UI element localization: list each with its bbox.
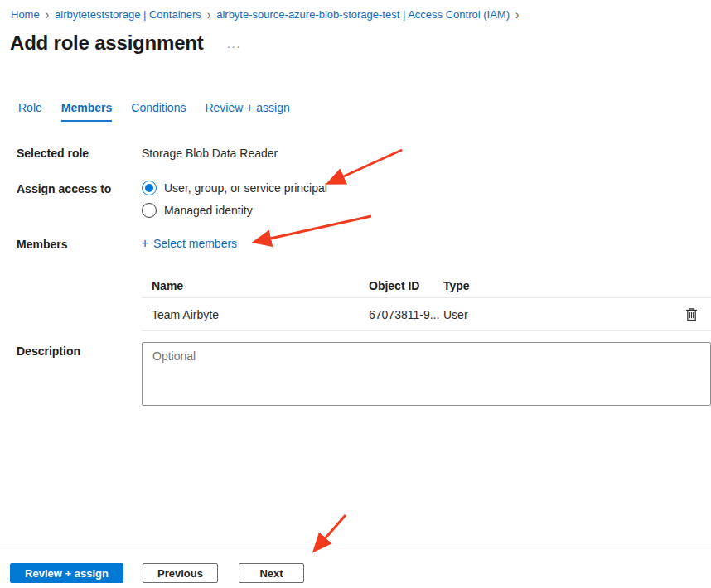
assign-access-to-label: Assign access to	[17, 182, 111, 195]
page-title: Add role assignment	[10, 31, 204, 55]
members-label: Members	[17, 238, 67, 251]
description-input[interactable]	[142, 342, 711, 406]
breadcrumb-home-link[interactable]: Home	[11, 8, 40, 21]
column-header-object-id: Object ID	[369, 279, 443, 292]
radio-managed-identity[interactable]: Managed identity	[142, 203, 327, 218]
remove-member-button[interactable]	[684, 306, 699, 323]
chevron-right-icon: ›	[46, 7, 49, 22]
annotation-arrow	[315, 515, 346, 550]
member-name: Team Airbyte	[152, 308, 369, 321]
member-object-id: 67073811-9...	[369, 308, 443, 321]
chevron-right-icon: ›	[515, 7, 519, 22]
plus-icon: +	[141, 236, 149, 250]
radio-user-group-service-principal[interactable]: User, group, or service principal	[142, 181, 327, 195]
assign-access-radio-group: User, group, or service principal Manage…	[142, 181, 327, 218]
tab-members[interactable]: Members	[61, 101, 112, 122]
radio-label: Managed identity	[164, 204, 253, 217]
selected-role-value: Storage Blob Data Reader	[142, 147, 278, 160]
tab-bar: Role Members Conditions Review + assign	[18, 101, 290, 122]
more-options-icon[interactable]: ···	[227, 34, 241, 52]
column-header-name: Name	[152, 279, 369, 292]
radio-label: User, group, or service principal	[164, 181, 327, 195]
previous-button[interactable]: Previous	[143, 563, 218, 583]
annotation-arrow	[255, 216, 371, 242]
table-row: Team Airbyte 67073811-9... User	[142, 298, 711, 331]
tab-conditions[interactable]: Conditions	[131, 101, 186, 122]
selected-role-label: Selected role	[17, 147, 89, 160]
radio-selected-icon	[142, 181, 157, 195]
description-label: Description	[17, 345, 80, 358]
title-row: Add role assignment ···	[10, 31, 241, 55]
column-header-type: Type	[443, 279, 671, 292]
next-button[interactable]: Next	[239, 563, 304, 583]
breadcrumb-access-control-link[interactable]: airbyte-source-azure-blob-storage-test |…	[216, 8, 510, 21]
chevron-right-icon: ›	[207, 7, 210, 22]
member-type: User	[443, 308, 671, 321]
breadcrumb: Home › airbyteteststorage | Containers ›…	[11, 8, 519, 21]
radio-unselected-icon	[142, 203, 157, 218]
trash-icon	[685, 307, 698, 321]
breadcrumb-containers-link[interactable]: airbyteteststorage | Containers	[55, 8, 201, 21]
annotation-arrow	[329, 150, 402, 183]
select-members-link[interactable]: + Select members	[141, 236, 237, 250]
tab-review-assign[interactable]: Review + assign	[205, 101, 289, 122]
select-members-label: Select members	[153, 237, 237, 250]
review-assign-button[interactable]: Review + assign	[10, 563, 123, 583]
tab-role[interactable]: Role	[18, 101, 42, 122]
footer-divider	[0, 547, 711, 547]
members-table-header: Name Object ID Type	[142, 273, 711, 298]
add-role-assignment-page: Home › airbyteteststorage | Containers ›…	[0, 0, 711, 588]
members-table: Name Object ID Type Team Airbyte 6707381…	[142, 273, 711, 331]
